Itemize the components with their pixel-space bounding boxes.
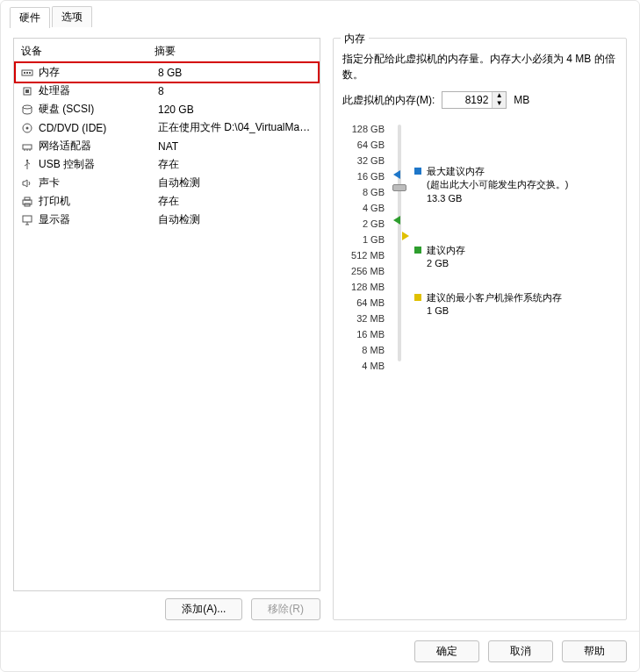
- device-row-cd[interactable]: CD/DVD (IDE)正在使用文件 D:\04_VirtualMac...: [14, 118, 320, 137]
- slider-track-bg: [398, 125, 401, 361]
- remove-button[interactable]: 移除(R): [251, 598, 320, 620]
- device-row-cpu[interactable]: 处理器8: [14, 82, 320, 100]
- square-icon: [414, 168, 421, 175]
- device-name: USB 控制器: [39, 157, 153, 172]
- cpu-icon: [21, 85, 33, 97]
- device-list-header: 设备 摘要: [14, 42, 320, 63]
- square-icon: [414, 294, 421, 301]
- memory-group: 内存 指定分配给此虚拟机的内存量。内存大小必须为 4 MB 的倍数。 此虚拟机的…: [333, 38, 627, 620]
- marker-max: [393, 170, 400, 179]
- dialog-footer: 确定 取消 帮助: [1, 631, 639, 671]
- device-name: 打印机: [39, 194, 153, 209]
- tick-label: 16 MB: [356, 326, 385, 342]
- slider-thumb[interactable]: [392, 184, 406, 191]
- svg-rect-5: [25, 89, 29, 93]
- right-pane: 内存 指定分配给此虚拟机的内存量。内存大小必须为 4 MB 的倍数。 此虚拟机的…: [333, 38, 627, 620]
- device-summary: 120 GB: [158, 104, 313, 116]
- device-row-sound[interactable]: 声卡自动检测: [14, 174, 320, 192]
- svg-rect-2: [26, 72, 28, 74]
- net-icon: [21, 140, 33, 153]
- tick-label: 8 MB: [362, 342, 385, 358]
- memory-icon: [21, 67, 33, 79]
- device-summary: 存在: [158, 194, 313, 209]
- memory-input[interactable]: [442, 92, 492, 108]
- help-button[interactable]: 帮助: [562, 640, 627, 662]
- device-summary: 正在使用文件 D:\04_VirtualMac...: [158, 120, 313, 135]
- svg-point-8: [26, 126, 29, 129]
- device-row-net[interactable]: 网络适配器NAT: [14, 137, 320, 155]
- device-row-disk[interactable]: 硬盘 (SCSI)120 GB: [14, 100, 320, 118]
- device-name: 声卡: [39, 175, 153, 190]
- svg-point-6: [23, 105, 32, 109]
- legend-max-title: 最大建议内存: [427, 165, 568, 178]
- square-icon: [414, 247, 421, 254]
- slider-ticks: 128 GB64 GB32 GB16 GB8 GB4 GB2 GB1 GB512…: [342, 121, 385, 374]
- memory-label: 此虚拟机的内存(M):: [342, 93, 435, 108]
- disk-icon: [21, 104, 33, 116]
- add-button[interactable]: 添加(A)...: [165, 598, 242, 620]
- col-summary: 摘要: [155, 44, 176, 59]
- svg-rect-12: [25, 197, 30, 200]
- device-row-usb[interactable]: USB 控制器存在: [14, 155, 320, 174]
- device-buttons: 添加(A)... 移除(R): [13, 598, 320, 620]
- device-summary: 自动检测: [158, 212, 313, 227]
- tick-label: 1 GB: [363, 232, 385, 247]
- svg-rect-14: [23, 216, 32, 222]
- printer-icon: [21, 196, 33, 208]
- device-list[interactable]: 设备 摘要 内存8 GB处理器8硬盘 (SCSI)120 GBCD/DVD (I…: [13, 38, 320, 591]
- memory-spinner[interactable]: ▲ ▼: [442, 91, 507, 109]
- svg-rect-9: [23, 145, 32, 149]
- spin-down[interactable]: ▼: [493, 100, 506, 108]
- tick-label: 256 MB: [351, 263, 385, 279]
- tab-options[interactable]: 选项: [52, 6, 92, 27]
- marker-min: [402, 232, 409, 240]
- legend-max: 最大建议内存 (超出此大小可能发生内存交换。) 13.3 GB: [414, 165, 568, 205]
- usb-icon: [21, 159, 33, 171]
- device-name: CD/DVD (IDE): [39, 122, 153, 134]
- device-summary: 8 GB: [158, 67, 313, 79]
- memory-unit: MB: [514, 94, 529, 106]
- legend-min-title: 建议的最小客户机操作系统内存: [427, 291, 562, 304]
- content: 设备 摘要 内存8 GB处理器8硬盘 (SCSI)120 GBCD/DVD (I…: [1, 27, 639, 631]
- memory-slider-area: 128 GB64 GB32 GB16 GB8 GB4 GB2 GB1 GB512…: [342, 121, 617, 374]
- display-icon: [21, 214, 33, 226]
- ok-button[interactable]: 确定: [414, 640, 479, 662]
- tick-label: 32 GB: [357, 153, 385, 168]
- device-summary: 存在: [158, 157, 313, 172]
- svg-point-10: [26, 159, 28, 161]
- legend-rec-value: 2 GB: [427, 257, 465, 270]
- device-name: 显示器: [39, 212, 153, 227]
- legend-min: 建议的最小客户机操作系统内存 1 GB: [414, 291, 562, 318]
- tick-label: 128 MB: [351, 279, 385, 295]
- device-name: 内存: [39, 65, 153, 80]
- device-row-display[interactable]: 显示器自动检测: [14, 211, 320, 229]
- legend-rec-title: 建议内存: [427, 244, 465, 257]
- tick-label: 512 MB: [351, 247, 385, 263]
- device-row-memory[interactable]: 内存8 GB: [14, 61, 320, 83]
- tabs: 硬件 选项: [1, 1, 639, 27]
- device-summary: 自动检测: [158, 175, 313, 190]
- tick-label: 2 GB: [363, 216, 385, 232]
- memory-slider[interactable]: [392, 121, 407, 374]
- vm-settings-dialog: 硬件 选项 设备 摘要 内存8 GB处理器8硬盘 (SCSI)120 GBCD/…: [0, 0, 640, 672]
- tick-label: 32 MB: [356, 311, 385, 326]
- device-summary: NAT: [158, 140, 313, 153]
- marker-rec: [393, 216, 400, 225]
- tick-label: 4 GB: [363, 200, 385, 216]
- tick-label: 128 GB: [352, 121, 385, 137]
- device-name: 硬盘 (SCSI): [39, 102, 153, 117]
- spin-buttons[interactable]: ▲ ▼: [492, 92, 506, 108]
- cancel-button[interactable]: 取消: [488, 640, 553, 662]
- tab-hardware[interactable]: 硬件: [10, 7, 50, 28]
- memory-input-row: 此虚拟机的内存(M): ▲ ▼ MB: [342, 91, 617, 109]
- memory-desc: 指定分配给此虚拟机的内存量。内存大小必须为 4 MB 的倍数。: [342, 51, 617, 82]
- slider-legend: 最大建议内存 (超出此大小可能发生内存交换。) 13.3 GB 建议内存 2 G…: [414, 121, 617, 374]
- legend-max-value: 13.3 GB: [427, 192, 568, 205]
- device-row-printer[interactable]: 打印机存在: [14, 192, 320, 211]
- device-summary: 8: [158, 85, 313, 97]
- left-pane: 设备 摘要 内存8 GB处理器8硬盘 (SCSI)120 GBCD/DVD (I…: [13, 38, 320, 620]
- device-name: 网络适配器: [39, 139, 153, 154]
- col-device: 设备: [21, 44, 155, 59]
- group-title: 内存: [341, 32, 369, 46]
- cd-icon: [21, 122, 33, 134]
